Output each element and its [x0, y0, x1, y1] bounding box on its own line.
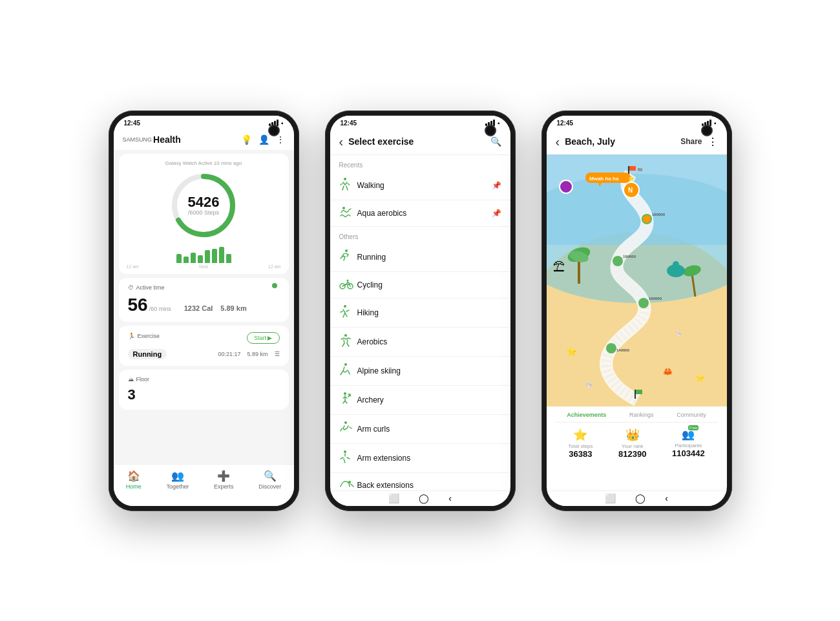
active-km: 5.89 km: [220, 304, 246, 312]
svg-text:🦀: 🦀: [663, 366, 673, 376]
aqua-icon: [339, 206, 357, 220]
list-item-alpine[interactable]: Alpine skiing: [330, 357, 510, 386]
svg-point-10: [344, 363, 347, 366]
armcurls-name: Arm curls: [357, 425, 501, 434]
beach-bottom: Achievements Rankings Community ⭐ Total …: [547, 406, 727, 464]
floor-value: 3: [128, 386, 280, 403]
nav-home[interactable]: 🏠 Home: [126, 470, 142, 490]
total-steps-value: 36383: [568, 449, 593, 459]
backext-name: Back extensions: [357, 481, 501, 490]
sys-back-3[interactable]: ‹: [665, 493, 668, 503]
svg-point-8: [344, 305, 346, 308]
list-item-cycling[interactable]: Cycling: [330, 272, 510, 299]
nav-discover[interactable]: 🔍 Discover: [258, 470, 281, 490]
profile-icon[interactable]: 👤: [258, 134, 269, 145]
beach-stats: ⭐ Total steps 36383 👑 Your rank 812390 👥…: [556, 428, 718, 459]
more-icon[interactable]: ⋮: [276, 134, 285, 145]
nav-home-label: Home: [126, 483, 142, 490]
floor-card: ⛰ Floor 3: [119, 370, 289, 410]
backext-icon: [339, 479, 357, 492]
select-exercise-title: Select exercise: [348, 136, 490, 147]
pin-walking[interactable]: 📌: [492, 181, 501, 190]
list-item-running[interactable]: Running: [330, 243, 510, 272]
tab-achievements[interactable]: Achievements: [567, 412, 606, 418]
sys-recent-2[interactable]: ⬜: [388, 493, 399, 503]
back-button-2[interactable]: ‹: [339, 134, 344, 149]
nav-experts-label: Experts: [214, 483, 234, 490]
phone-2: 12:45 ▪ ‹ Select exercise 🔍 Re: [325, 111, 516, 511]
svg-text:🐚: 🐚: [585, 381, 594, 389]
experts-icon: ➕: [217, 470, 230, 482]
armcurls-icon: [339, 421, 357, 437]
sys-nav-2: ⬜ ◯ ‹: [330, 490, 510, 506]
sys-home-2[interactable]: ◯: [419, 493, 429, 503]
svg-rect-31: [629, 166, 636, 171]
nav-discover-label: Discover: [258, 483, 281, 490]
home-icon: 🏠: [127, 470, 140, 482]
share-button[interactable]: Share: [680, 137, 702, 146]
stat-your-rank: 👑 Your rank 812390: [618, 428, 646, 459]
svg-point-23: [638, 298, 649, 308]
svg-point-41: [673, 261, 679, 268]
exercise-list-icon[interactable]: ☰: [275, 351, 280, 357]
svg-text:🏁: 🏁: [637, 167, 643, 173]
hiking-name: Hiking: [357, 308, 501, 317]
list-item-aerobics[interactable]: Aerobics: [330, 328, 510, 357]
sys-back-2[interactable]: ‹: [448, 493, 452, 503]
exercise-name: Running: [128, 349, 167, 359]
list-item-aqua[interactable]: Aqua aerobics 📌: [330, 200, 510, 227]
tab-rankings[interactable]: Rankings: [629, 412, 654, 418]
svg-point-7: [346, 279, 348, 281]
nav-experts[interactable]: ➕ Experts: [214, 470, 234, 490]
svg-point-2: [344, 178, 346, 180]
sys-recent-3[interactable]: ⬜: [605, 493, 616, 503]
back-button-3[interactable]: ‹: [556, 134, 560, 149]
more-button-3[interactable]: ⋮: [708, 136, 718, 148]
beach-map: 140000 180000 190000 160000 🏁: [547, 154, 727, 406]
svg-text:140000: 140000: [616, 348, 630, 352]
sys-home-3[interactable]: ◯: [635, 493, 646, 503]
others-label: Others: [330, 227, 510, 243]
cycling-icon: [339, 278, 357, 292]
beach-title: Beach, July: [565, 136, 680, 147]
svg-rect-33: [635, 390, 636, 399]
list-item-armext[interactable]: Arm extensions: [330, 444, 510, 473]
status-bar-1: 12:45 ▪: [114, 116, 294, 129]
chart-label-start: 12 am: [127, 264, 139, 269]
svg-point-14: [348, 481, 351, 483]
nav-together[interactable]: 👥 Together: [166, 470, 189, 490]
svg-rect-34: [636, 390, 642, 394]
aerobics-icon: [339, 333, 357, 350]
steps-ring: 5426 /6000 Steps: [168, 170, 239, 241]
exercise-time: 00:21:17: [218, 351, 240, 357]
alpine-icon: [339, 363, 357, 379]
health-text: Health: [153, 134, 181, 145]
tab-community[interactable]: Community: [677, 412, 706, 418]
svg-text:N: N: [628, 187, 633, 194]
svg-point-22: [606, 343, 616, 353]
svg-text:180000: 180000: [649, 297, 662, 300]
recents-label: Recents: [330, 155, 510, 171]
list-item-walking[interactable]: Walking 📌: [330, 171, 510, 200]
svg-text:Mwah ha ha: Mwah ha ha: [589, 176, 619, 182]
list-item-hiking[interactable]: Hiking: [330, 299, 510, 328]
list-item-armcurls[interactable]: Arm curls: [330, 415, 510, 444]
rank-value: 812390: [618, 449, 646, 459]
list-item-archery[interactable]: Archery: [330, 386, 510, 415]
svg-text:⛱: ⛱: [553, 260, 565, 273]
active-title: ⏱ Active time: [128, 284, 280, 291]
svg-point-50: [560, 180, 572, 193]
bulb-icon[interactable]: 💡: [241, 134, 252, 145]
active-unit: /60 mins: [149, 306, 171, 312]
search-button-2[interactable]: 🔍: [490, 136, 501, 147]
start-button[interactable]: Start ▶: [247, 332, 280, 344]
steps-chart: [127, 244, 281, 263]
battery-1: ▪: [281, 120, 284, 127]
pin-aqua[interactable]: 📌: [492, 209, 501, 218]
svg-point-11: [344, 392, 346, 395]
chart-label-end: 12 am: [268, 264, 280, 269]
svg-point-51: [643, 215, 651, 223]
time-2: 12:45: [341, 120, 357, 127]
nav-together-label: Together: [166, 483, 189, 490]
phone-3: 12:45 ▪ ‹ Beach, July Share ⋮: [541, 111, 732, 511]
